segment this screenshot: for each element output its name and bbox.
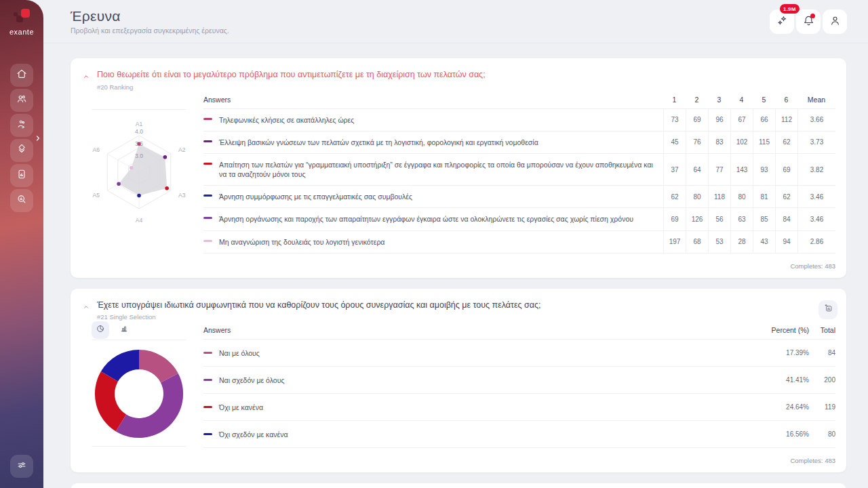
chevron-up-icon bbox=[83, 301, 90, 313]
value-cell: 69 bbox=[775, 154, 797, 185]
survey-search-icon bbox=[16, 193, 28, 208]
chart-type-toggles bbox=[92, 321, 186, 340]
value-column-header: 2 bbox=[686, 96, 708, 104]
value-cell: 126 bbox=[686, 208, 708, 230]
value-cell: 102 bbox=[730, 131, 753, 153]
value-column-header: 4 bbox=[730, 96, 753, 104]
page-title: Έρευνα bbox=[71, 8, 229, 24]
series-color-dash bbox=[203, 118, 212, 120]
sidebar-expand-button[interactable] bbox=[33, 134, 43, 144]
answer-label: Άρνηση οργάνωσης και παροχής των απαραίτ… bbox=[219, 214, 633, 224]
ranking-table-body: Τηλεφωνικές κλήσεις σε ακατάλληλες ώρες7… bbox=[203, 109, 835, 253]
svg-text:A2: A2 bbox=[178, 146, 186, 152]
ranking-table-header: Answers 123456Mean bbox=[203, 91, 835, 109]
question-card-22: Κάθε πότε ζητάτε αύξηση αμοιβής; #22 Sin… bbox=[71, 483, 846, 488]
value-cell: 85 bbox=[753, 208, 775, 230]
pie-chart-icon bbox=[96, 324, 105, 336]
value-cell: 76 bbox=[686, 131, 708, 153]
export-chart-button[interactable] bbox=[818, 300, 837, 319]
answer-label: Ναι με όλους bbox=[219, 348, 260, 358]
svg-text:3.0: 3.0 bbox=[135, 152, 143, 159]
mean-cell: 3.82 bbox=[797, 154, 835, 185]
percent-column-header: Percent (%) bbox=[762, 326, 809, 334]
selection-table-body: Ναι με όλους17.39%84Ναι σχεδόν με όλους4… bbox=[203, 340, 835, 448]
table-row: Ναι σχεδόν με όλους41.41%200 bbox=[203, 367, 835, 394]
ai-assistant-button[interactable]: 1.9M bbox=[770, 9, 794, 34]
mean-cell: 3.66 bbox=[797, 109, 835, 131]
sidebar-item-settings[interactable] bbox=[10, 455, 33, 478]
value-cell: 62 bbox=[775, 186, 797, 207]
completes-label: Completes: 483 bbox=[203, 253, 835, 278]
answer-label: Απαίτηση των πελατών για “γραμματειακή υ… bbox=[219, 160, 654, 179]
brand-name: exante bbox=[9, 28, 34, 36]
value-cell: 67 bbox=[730, 109, 753, 131]
table-row: Όχι με κανένα24.64%119 bbox=[203, 394, 835, 421]
series-color-dash bbox=[203, 240, 212, 242]
table-row: Άρνηση οργάνωσης και παροχής των απαραίτ… bbox=[203, 208, 835, 230]
question-card-20: Ποιο θεωρείτε ότι είναι το μεγαλύτερο πρ… bbox=[71, 58, 846, 278]
value-column-header: 3 bbox=[708, 96, 730, 104]
bar-chart-icon bbox=[119, 324, 129, 336]
svg-text:A1: A1 bbox=[136, 121, 143, 127]
completes-label: Completes: 483 bbox=[203, 448, 835, 472]
value-cell: 115 bbox=[753, 131, 775, 153]
answer-label: Έλλειψη βασικών γνώσεων των πελατών σχετ… bbox=[219, 138, 538, 147]
value-cell: 80 bbox=[730, 186, 753, 207]
series-color-dash bbox=[203, 140, 212, 142]
value-cell: 93 bbox=[753, 154, 775, 185]
value-cell: 56 bbox=[708, 208, 730, 230]
bar-chart-toggle[interactable] bbox=[115, 321, 133, 339]
settings-sliders-icon bbox=[16, 459, 28, 474]
sidebar-item-tags[interactable] bbox=[10, 139, 33, 162]
svg-text:A6: A6 bbox=[93, 146, 100, 152]
page-subtitle: Προβολή και επεξεργασία συγκεκριμένης έρ… bbox=[71, 26, 229, 35]
home-icon bbox=[16, 68, 28, 83]
table-row: Άρνηση συμμόρφωσης με τις επαγγελματικές… bbox=[203, 186, 835, 208]
sidebar-item-survey-explorer[interactable] bbox=[10, 189, 33, 212]
chevron-right-icon bbox=[34, 133, 42, 145]
notifications-button[interactable] bbox=[796, 9, 821, 34]
svg-text:A4: A4 bbox=[136, 217, 143, 224]
value-cell: 63 bbox=[730, 208, 753, 230]
value-cell: 69 bbox=[663, 208, 686, 230]
pie-chart-toggle[interactable] bbox=[92, 321, 109, 339]
ai-credits-badge: 1.9M bbox=[780, 4, 800, 14]
header-actions: 1.9M bbox=[770, 9, 847, 34]
profile-button[interactable] bbox=[823, 9, 847, 34]
answers-column-header: Answers bbox=[203, 326, 762, 334]
content-area: Ποιο θεωρείτε ότι είναι το μεγαλύτερο πρ… bbox=[43, 43, 868, 488]
svg-text:A5: A5 bbox=[93, 191, 100, 198]
sidebar-item-client-care[interactable] bbox=[10, 114, 33, 137]
value-cell: 73 bbox=[663, 109, 686, 131]
notification-dot bbox=[810, 14, 815, 18]
value-cell: 66 bbox=[753, 109, 775, 131]
donut-slice bbox=[116, 374, 183, 439]
value-cell: 37 bbox=[663, 154, 686, 185]
users-icon bbox=[16, 93, 28, 108]
value-cell: 53 bbox=[708, 231, 730, 253]
answers-column-header: Answers bbox=[203, 96, 663, 104]
series-color-dash bbox=[203, 217, 212, 219]
sidebar-item-reports[interactable] bbox=[10, 164, 33, 187]
brand-logo-icon bbox=[14, 9, 30, 24]
mean-cell: 3.46 bbox=[797, 186, 835, 207]
value-cell: 80 bbox=[686, 186, 708, 207]
sidebar-item-home[interactable] bbox=[10, 64, 33, 87]
series-color-dash bbox=[203, 352, 212, 354]
sidebar-item-clients[interactable] bbox=[10, 89, 33, 112]
total-cell: 200 bbox=[809, 376, 835, 384]
value-column-header: Mean bbox=[797, 96, 835, 104]
series-color-dash bbox=[203, 195, 212, 197]
collapse-button[interactable] bbox=[83, 301, 90, 313]
answer-label: Τηλεφωνικές κλήσεις σε ακατάλληλες ώρες bbox=[219, 115, 354, 125]
collapse-button[interactable] bbox=[83, 70, 90, 83]
mean-cell: 2.86 bbox=[797, 231, 835, 253]
mean-cell: 3.73 bbox=[797, 131, 835, 153]
percent-cell: 24.64% bbox=[762, 403, 809, 411]
svg-text:A3: A3 bbox=[178, 191, 186, 198]
tags-icon bbox=[16, 143, 28, 158]
value-cell: 28 bbox=[730, 231, 753, 253]
value-cell: 43 bbox=[753, 231, 775, 253]
value-column-header: 1 bbox=[663, 96, 686, 104]
answer-label: Μη αναγνώριση της δουλειάς του λογιστή γ… bbox=[219, 237, 384, 247]
